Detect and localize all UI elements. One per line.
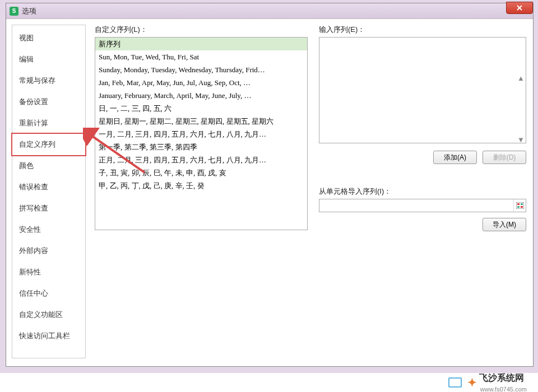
close-icon	[516, 4, 523, 11]
content-area: 自定义序列(L)： 新序列Sun, Mon, Tue, Wed, Thu, Fr…	[86, 25, 526, 358]
svg-rect-3	[517, 206, 520, 208]
svg-rect-2	[521, 203, 523, 205]
footer-watermark: ✦ 飞沙系统网 www.fs0745.com	[0, 373, 538, 392]
sidebar-item-4[interactable]: 重新计算	[12, 113, 85, 134]
custom-list[interactable]: 新序列Sun, Mon, Tue, Wed, Thu, Fri, SatSund…	[95, 37, 308, 230]
options-dialog: S 选项 视图编辑常规与保存备份设置重新计算自定义序列颜色错误检查拼写检查安全性…	[6, 3, 534, 367]
list-item[interactable]: Sun, Mon, Tue, Wed, Thu, Fri, Sat	[95, 50, 307, 63]
list-item[interactable]: Sunday, Monday, Tuesday, Wednesday, Thur…	[95, 63, 307, 76]
sidebar-item-0[interactable]: 视图	[12, 27, 85, 49]
close-button[interactable]	[506, 2, 533, 14]
sidebar-item-9[interactable]: 安全性	[12, 219, 85, 240]
sidebar-item-6[interactable]: 颜色	[12, 155, 85, 176]
import-button[interactable]: 导入(M)	[483, 218, 526, 231]
sidebar-item-8[interactable]: 拼写检查	[12, 198, 85, 219]
scrollbar[interactable]: ▲ ▼	[516, 73, 526, 144]
list-item[interactable]: 一月, 二月, 三月, 四月, 五月, 六月, 七月, 八月, 九月…	[95, 128, 307, 141]
footer-logo-icon: ✦	[467, 376, 477, 389]
sidebar: 视图编辑常规与保存备份设置重新计算自定义序列颜色错误检查拼写检查安全性外部内容新…	[12, 25, 86, 358]
svg-rect-0	[516, 202, 524, 209]
range-picker-icon[interactable]	[513, 199, 526, 212]
sidebar-item-3[interactable]: 备份设置	[12, 91, 85, 113]
sidebar-item-12[interactable]: 信任中心	[12, 283, 85, 304]
svg-rect-4	[521, 206, 523, 208]
sidebar-item-13[interactable]: 自定义功能区	[12, 304, 85, 325]
list-item[interactable]: January, February, March, April, May, Ju…	[95, 89, 307, 102]
app-icon: S	[10, 7, 18, 16]
list-item[interactable]: 甲, 乙, 丙, 丁, 戊, 己, 庚, 辛, 壬, 癸	[95, 179, 307, 192]
client-area: 视图编辑常规与保存备份设置重新计算自定义序列颜色错误检查拼写检查安全性外部内容新…	[6, 19, 533, 366]
window-title: 选项	[22, 6, 36, 16]
list-item[interactable]: 日, 一, 二, 三, 四, 五, 六	[95, 102, 307, 115]
sidebar-item-10[interactable]: 外部内容	[12, 240, 85, 262]
import-label: 从单元格导入序列(I)：	[319, 186, 526, 197]
scroll-up-icon[interactable]: ▲	[516, 73, 526, 83]
titlebar: S 选项	[6, 3, 533, 19]
footer-url: www.fs0745.com	[480, 386, 527, 393]
sidebar-item-7[interactable]: 错误检查	[12, 176, 85, 198]
footer-brand: 飞沙系统网	[479, 373, 524, 382]
sidebar-item-1[interactable]: 编辑	[12, 49, 85, 70]
scroll-down-icon[interactable]: ▼	[516, 135, 526, 144]
input-sequence-label: 输入序列(E)：	[319, 25, 526, 35]
sidebar-item-11[interactable]: 新特性	[12, 262, 85, 283]
import-range-field[interactable]	[319, 199, 526, 212]
list-item[interactable]: 子, 丑, 寅, 卯, 辰, 巳, 午, 未, 申, 酉, 戌, 亥	[95, 166, 307, 179]
custom-list-label: 自定义序列(L)：	[95, 25, 308, 35]
list-item[interactable]: 星期日, 星期一, 星期二, 星期三, 星期四, 星期五, 星期六	[95, 115, 307, 128]
svg-rect-1	[517, 203, 520, 205]
sidebar-item-14[interactable]: 快速访问工具栏	[12, 325, 85, 347]
add-button[interactable]: 添加(A)	[433, 151, 477, 164]
footer-box-icon	[448, 377, 462, 388]
list-item[interactable]: 新序列	[95, 38, 307, 50]
footer-logo: ✦ 飞沙系统网 www.fs0745.com	[467, 372, 527, 393]
sidebar-item-2[interactable]: 常规与保存	[12, 70, 85, 91]
list-item[interactable]: Jan, Feb, Mar, Apr, May, Jun, Jul, Aug, …	[95, 76, 307, 89]
delete-button: 删除(D)	[483, 151, 526, 164]
import-range-input[interactable]	[319, 199, 513, 212]
sidebar-item-5[interactable]: 自定义序列	[11, 133, 86, 156]
list-item[interactable]: 第一季, 第二季, 第三季, 第四季	[95, 141, 307, 153]
input-sequence-textarea[interactable]	[319, 37, 526, 143]
list-item[interactable]: 正月, 二月, 三月, 四月, 五月, 六月, 七月, 八月, 九月…	[95, 153, 307, 166]
